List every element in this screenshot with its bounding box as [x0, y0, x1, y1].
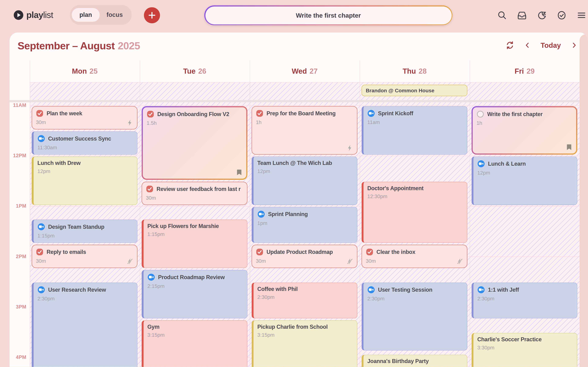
event-title: Charlie's Soccer Practice [477, 336, 542, 342]
event-card[interactable]: Clear the inbox30m [362, 245, 467, 268]
bookmark-icon [565, 144, 573, 151]
zoom-meeting-icon [367, 110, 375, 117]
event-card[interactable]: Design Team Standup1:15pm [32, 220, 138, 243]
tasks-check-icon[interactable] [557, 10, 567, 20]
event-header: Write the first chapter [477, 110, 572, 118]
event-card[interactable]: Lunch & Learn12pm [472, 157, 577, 205]
day-header-mon[interactable]: Mon25 [30, 60, 140, 82]
event-card[interactable]: Plan the week30m [32, 106, 138, 129]
zoom-meeting-icon [37, 223, 45, 231]
menu-icon[interactable] [577, 10, 587, 20]
day-header-tue[interactable]: Tue26 [140, 60, 250, 82]
event-content: Charlie's Soccer Practice3:30pm [473, 333, 577, 353]
event-time: 30m [146, 195, 243, 201]
event-content: Product Roadmap Review2:15pm [144, 270, 247, 292]
event-title: Design Team Standup [48, 224, 104, 230]
play-logo-icon [13, 10, 24, 20]
event-card[interactable]: Product Roadmap Review2:15pm [142, 270, 248, 318]
completed-check-icon[interactable] [256, 110, 264, 117]
event-card[interactable]: Review user feedback from last r30m [142, 182, 248, 205]
event-time: 2:30pm [37, 296, 133, 301]
event-card[interactable]: Prep for the Board Meeting1h [252, 106, 357, 155]
add-button[interactable] [144, 7, 160, 23]
completed-check-icon[interactable] [366, 248, 373, 256]
event-title: Update Product Roadmap [266, 249, 333, 255]
completed-check-icon[interactable] [146, 185, 154, 193]
event-card[interactable]: Team Lunch @ The Wich Lab12pm [252, 157, 357, 205]
event-header: Pick up Flowers for Marshie [147, 223, 243, 229]
weekend-column-partial[interactable] [580, 34, 588, 367]
event-content: Sprint Planning1pm [254, 207, 357, 229]
inbox-icon[interactable] [517, 10, 527, 20]
event-header: Design Team Standup [37, 223, 133, 231]
event-card[interactable]: Write the first chapter1h [472, 106, 577, 155]
completed-check-icon[interactable] [256, 248, 264, 256]
day-header-wed[interactable]: Wed27 [250, 60, 360, 82]
event-title: Pickup Charlie from School [257, 324, 328, 330]
refresh-icon[interactable] [505, 41, 514, 50]
flash-off-icon [126, 258, 133, 265]
event-card[interactable]: Design Onboarding Flow V21.5h [142, 106, 248, 180]
day-header-fri[interactable]: Fri29 [470, 60, 580, 82]
completed-check-icon[interactable] [36, 248, 43, 256]
event-content: Plan the week30m [32, 107, 137, 128]
event-card[interactable]: Lunch with Drew12pm [32, 157, 138, 205]
event-card[interactable]: Customer Success Sync11:30am [32, 131, 138, 155]
event-card[interactable]: Charlie's Soccer Practice3:30pm [472, 333, 577, 367]
event-time: 11:30am [37, 145, 133, 150]
chevron-right-icon[interactable] [570, 42, 578, 49]
mode-toggle-plan[interactable]: plan [72, 8, 100, 22]
event-card[interactable]: Reply to emails30m [32, 245, 138, 268]
event-card[interactable]: User Research Review2:30pm [32, 283, 138, 367]
header-divider [30, 82, 580, 82]
flash-off-icon [346, 258, 354, 265]
event-header: Doctor's Appointment [367, 185, 463, 191]
column-separator [30, 60, 30, 367]
event-card[interactable]: Joanna's Birthday Party [362, 355, 467, 367]
event-card[interactable]: Sprint Kickoff11am [362, 106, 467, 155]
event-header: Reply to emails [36, 248, 133, 256]
mode-toggle-focus[interactable]: focus [100, 8, 130, 22]
event-content: Clear the inbox30m [362, 245, 467, 267]
search-icon[interactable] [497, 10, 507, 20]
event-content: Lunch with Drew12pm [33, 157, 137, 177]
event-time: 30m [36, 119, 133, 125]
event-card[interactable]: Doctor's Appointment12:30pm [362, 182, 467, 243]
snooze-moon-icon[interactable] [537, 10, 547, 20]
event-card[interactable]: Update Product Roadmap30m [252, 245, 357, 268]
completed-check-icon[interactable] [36, 110, 43, 117]
command-pill[interactable]: Write the first chapter [204, 5, 453, 25]
event-time: 2:30pm [367, 296, 463, 301]
event-card[interactable]: Gym3:15pm [142, 320, 248, 367]
all-day-event[interactable]: Brandon @ Common House [362, 85, 467, 96]
event-card[interactable]: Pickup Charlie from School3:15pm [252, 320, 357, 367]
completed-check-icon[interactable] [147, 110, 154, 118]
zoom-meeting-icon [257, 210, 265, 218]
event-content: 1:1 with Jeff2:30pm [473, 283, 577, 305]
event-content: Joanna's Birthday Party [364, 355, 467, 367]
all-day-row[interactable] [30, 82, 580, 100]
calendar-title: September – August2025 [18, 40, 140, 52]
zoom-meeting-icon [147, 273, 155, 281]
event-time: 30m [36, 258, 133, 264]
today-button[interactable]: Today [541, 41, 561, 50]
day-header-thu[interactable]: Thu28 [360, 60, 470, 82]
flash-off-icon [346, 258, 354, 265]
event-card[interactable]: Sprint Planning1pm [252, 207, 357, 243]
completed-check-icon [147, 110, 154, 118]
time-label: 2PM [9, 254, 26, 259]
event-time: 12:30pm [367, 193, 463, 199]
event-card[interactable]: 1:1 with Jeff2:30pm [472, 283, 577, 318]
chevron-left-icon[interactable] [524, 42, 531, 49]
event-header: Sprint Planning [257, 210, 353, 218]
event-card[interactable]: Coffee with Phil2:30pm [252, 283, 357, 318]
event-card[interactable]: Pick up Flowers for Marshie1:15pm [142, 220, 248, 268]
open-task-circle-icon[interactable] [477, 110, 484, 118]
flash-off-icon [456, 258, 464, 265]
mode-toggle[interactable]: plan focus [70, 5, 132, 25]
flash-icon [346, 144, 354, 151]
top-bar: playlist plan focus Write the first chap… [0, 0, 588, 31]
event-title: Write the first chapter [487, 111, 543, 117]
event-card[interactable]: User Testing Session2:30pm [362, 283, 467, 350]
completed-check-icon [256, 248, 264, 256]
